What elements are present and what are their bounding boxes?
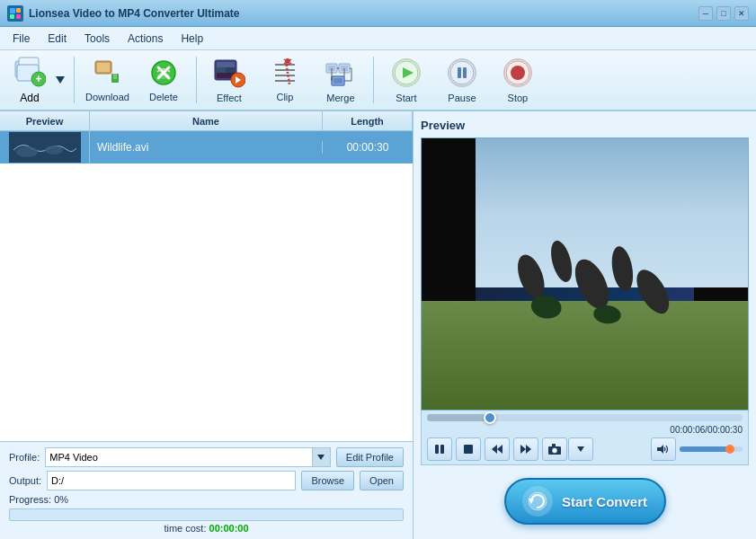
svg-point-52 xyxy=(547,238,576,284)
clip-button[interactable]: Clip xyxy=(258,54,312,106)
svg-rect-20 xyxy=(217,67,226,73)
maximize-button[interactable]: □ xyxy=(716,6,731,21)
progress-label: Progress: 0% xyxy=(9,494,68,505)
close-button[interactable]: ✕ xyxy=(734,6,749,21)
output-label: Output: xyxy=(9,475,41,486)
download-button[interactable]: Download xyxy=(80,54,135,106)
playback-rewind-button[interactable] xyxy=(485,437,510,461)
playback-pause-button[interactable] xyxy=(427,437,452,461)
camera-button-wrap xyxy=(542,437,593,461)
svg-rect-21 xyxy=(226,67,235,73)
pause-button[interactable]: Pause xyxy=(435,54,489,106)
svg-marker-63 xyxy=(520,445,526,454)
effect-label: Effect xyxy=(217,93,242,103)
progress-row: Progress: 0% xyxy=(9,494,404,505)
volume-control xyxy=(651,437,743,461)
svg-rect-60 xyxy=(464,445,473,454)
title-bar: Lionsea Video to MP4 Converter Ultimate … xyxy=(0,0,756,27)
seek-thumb[interactable] xyxy=(484,411,496,424)
convert-icon xyxy=(522,486,553,517)
merge-button[interactable]: Merge xyxy=(314,54,368,106)
svg-rect-3 xyxy=(16,14,21,19)
minimize-button[interactable]: ─ xyxy=(698,6,713,21)
svg-rect-67 xyxy=(552,444,556,446)
svg-rect-58 xyxy=(435,445,439,454)
file-thumbnail xyxy=(0,131,90,163)
col-header-length: Length xyxy=(323,111,413,130)
svg-point-45 xyxy=(16,146,38,157)
output-input[interactable] xyxy=(47,471,296,490)
time-display: 00:00:06/00:00:30 xyxy=(427,425,743,435)
time-cost-value: 00:00:00 xyxy=(209,523,249,534)
menu-edit[interactable]: Edit xyxy=(39,31,76,47)
window-controls: ─ □ ✕ xyxy=(698,6,749,21)
start-label: Start xyxy=(396,93,416,103)
add-button[interactable]: + Add xyxy=(7,54,52,106)
playback-controls: 00:00:06/00:00:30 xyxy=(421,411,749,465)
camera-dropdown-arrow[interactable] xyxy=(568,437,593,461)
menu-actions[interactable]: Actions xyxy=(119,31,172,47)
seek-bar-wrap xyxy=(427,414,743,421)
svg-point-66 xyxy=(552,448,557,454)
profile-row: Profile: Edit Profile xyxy=(9,447,404,467)
svg-point-53 xyxy=(569,254,617,314)
col-header-name: Name xyxy=(90,111,323,130)
svg-marker-68 xyxy=(577,446,584,452)
file-name: Wildlife.avi xyxy=(90,141,323,154)
main-content: Preview Name Length xyxy=(0,111,756,539)
seek-bar[interactable] xyxy=(427,414,743,421)
menu-help[interactable]: Help xyxy=(172,31,212,47)
menu-tools[interactable]: Tools xyxy=(76,31,119,47)
edit-profile-button[interactable]: Edit Profile xyxy=(336,447,404,467)
stop-button[interactable]: Stop xyxy=(491,54,545,106)
profile-select-wrap xyxy=(45,447,331,467)
profile-input[interactable] xyxy=(45,447,313,467)
svg-rect-59 xyxy=(440,445,444,454)
delete-button[interactable]: Delete xyxy=(137,54,191,106)
time-cost: time cost: 00:00:00 xyxy=(9,523,404,534)
file-list-header: Preview Name Length xyxy=(0,111,413,131)
menu-file[interactable]: File xyxy=(4,31,39,47)
start-button[interactable]: Start xyxy=(379,54,433,106)
volume-bar[interactable] xyxy=(680,446,743,452)
add-icon: + xyxy=(13,56,46,88)
svg-point-54 xyxy=(609,244,637,293)
svg-rect-1 xyxy=(16,8,21,13)
table-row[interactable]: Wildlife.avi 00:00:30 xyxy=(0,131,413,163)
progress-bar xyxy=(9,508,404,521)
add-label: Add xyxy=(20,92,39,104)
toolbar-separator-2 xyxy=(196,57,197,103)
playback-stop-button[interactable] xyxy=(456,437,481,461)
download-icon xyxy=(91,57,123,88)
svg-rect-14 xyxy=(113,74,117,79)
browse-button[interactable]: Browse xyxy=(301,471,354,490)
col-header-preview: Preview xyxy=(0,111,90,130)
profile-label: Profile: xyxy=(9,452,40,463)
controls-row xyxy=(427,437,743,461)
volume-icon-button[interactable] xyxy=(651,437,676,461)
svg-rect-11 xyxy=(97,63,110,72)
stop-icon xyxy=(502,57,534,89)
app-icon xyxy=(7,5,23,22)
svg-marker-61 xyxy=(497,445,503,454)
start-convert-button[interactable]: Start Convert xyxy=(504,478,666,525)
left-panel: Preview Name Length xyxy=(0,111,414,539)
delete-icon xyxy=(147,57,180,88)
video-still xyxy=(422,138,748,410)
pause-icon xyxy=(446,57,478,89)
profile-dropdown-arrow[interactable] xyxy=(313,447,331,467)
volume-thumb[interactable] xyxy=(725,445,734,454)
screenshot-button[interactable] xyxy=(542,437,567,461)
playback-forward-button[interactable] xyxy=(513,437,538,461)
svg-point-55 xyxy=(630,264,676,318)
add-dropdown-arrow[interactable] xyxy=(52,54,68,106)
open-button[interactable]: Open xyxy=(360,471,404,490)
svg-rect-2 xyxy=(10,14,14,19)
toolbar-separator-1 xyxy=(74,57,75,103)
delete-label: Delete xyxy=(149,92,178,102)
svg-point-16 xyxy=(157,72,170,79)
svg-rect-0 xyxy=(10,8,15,13)
svg-marker-62 xyxy=(492,445,497,454)
file-list: Wildlife.avi 00:00:30 🦁 xyxy=(0,131,413,441)
effect-button[interactable]: Effect xyxy=(202,54,256,106)
